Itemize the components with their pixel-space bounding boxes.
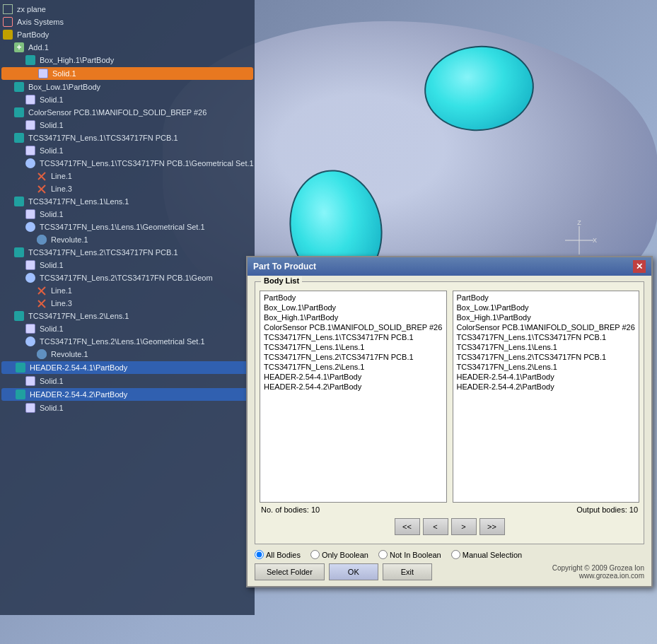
right-list-item[interactable]: HEADER-2.54-4.2\PartBody [455,382,638,392]
left-list-item[interactable]: TCS34717FN_Lens.2\TCS34717FN PCB.1 [262,352,445,362]
tree-item-header-4-1[interactable]: HEADER-2.54-4.1\PartBody [1,361,253,374]
tree-item-line3-a[interactable]: Line.3 [0,182,255,195]
nav-next-button[interactable]: > [451,518,477,535]
right-list-item[interactable]: ColorSensor PCB.1\MANIFOLD_SOLID_BREP #2… [455,322,638,332]
tree-item-axis-systems[interactable]: Axis Systems [0,16,255,28]
radio-label-not-in-boolean: Not In Boolean [390,551,441,559]
right-list-item[interactable]: PartBody [455,293,638,303]
tree-item-revolute1-a[interactable]: Revolute.1 [0,233,255,246]
radio-not-in-boolean[interactable]: Not In Boolean [378,550,441,559]
right-list-item[interactable]: TCS34717FN_Lens.2\Lens.1 [455,362,638,372]
body-list-group: Body List PartBodyBox_Low.1\PartBodyBox_… [255,281,644,544]
line3-b-icon [37,298,47,308]
output-bodies: Output bodies: 10 [576,505,638,514]
tree-item-solid1-b[interactable]: Solid.1 [0,93,255,106]
tree-item-tcs-lens1-lens1-geo[interactable]: TCS34717FN_Lens.1\Lens.1\Geometrical Set… [0,221,255,233]
right-list-item[interactable]: TCS34717FN_Lens.1\TCS34717FN PCB.1 [455,332,638,342]
tree-item-tcs-lens2-pcb1[interactable]: TCS34717FN_Lens.2\TCS34717FN PCB.1 [0,246,255,259]
tree-item-solid1-a[interactable]: Solid.1 [1,67,253,80]
nav-prev-button[interactable]: < [423,518,448,535]
bodies-info-row: No. of bodies: 10 Output bodies: 10 [260,505,639,514]
line3-b-label: Line.3 [51,299,72,308]
zx-plane-icon [3,4,13,14]
tree-item-tcs-lens1-pcb1[interactable]: TCS34717FN_Lens.1\TCS34717FN PCB.1 [0,131,255,144]
tree-item-tcs-lens1-lens1[interactable]: TCS34717FN_Lens.1\Lens.1 [0,195,255,208]
tree-item-header-4-2[interactable]: HEADER-2.54-4.2\PartBody [1,388,253,401]
tree-item-colorsensor-pcb[interactable]: ColorSensor PCB.1\MANIFOLD_SOLID_BREP #2… [0,106,255,119]
radio-input-not-in-boolean[interactable] [378,550,388,559]
tree-item-line1-b[interactable]: Line.1 [0,284,255,297]
ok-button[interactable]: OK [329,563,378,580]
copyright-text: Copyright © 2009 Grozea Ionwww.grozea.io… [552,564,644,580]
right-list-item[interactable]: Box_Low.1\PartBody [455,303,638,312]
body-list-container: PartBodyBox_Low.1\PartBodyBox_High.1\Par… [260,291,639,503]
box-high-partbody-label: Box_High.1\PartBody [40,56,114,64]
radio-input-all-bodies[interactable] [255,550,264,559]
solid1-c-icon [25,120,35,130]
exit-button[interactable]: Exit [383,563,432,580]
left-body-list[interactable]: PartBodyBox_Low.1\PartBodyBox_High.1\Par… [260,291,447,503]
tcs-lens1-pcb1-icon [14,133,24,143]
tree-item-solid1-i[interactable]: Solid.1 [0,402,255,414]
radio-only-boolean[interactable]: Only Boolean [310,550,368,559]
tree-item-tcs-lens2-lens1[interactable]: TCS34717FN_Lens.2\Lens.1 [0,310,255,322]
radio-all-bodies[interactable]: All Bodies [255,550,301,559]
tree-item-tcs-lens1-pcb1-geo[interactable]: TCS34717FN_Lens.1\TCS34717FN PCB.1\Geome… [0,157,255,170]
tree-item-revolute1-b[interactable]: Revolute.1 [0,348,255,361]
solid1-h-icon [25,376,35,386]
body-list-label: Body List [261,276,302,285]
axis-systems-icon [3,17,13,27]
line1-b-icon [37,286,47,295]
left-list-item[interactable]: Box_High.1\PartBody [262,312,445,322]
tcs-lens2-lens1-geo-label: TCS34717FN_Lens.2\Lens.1\Geometrical Set… [40,337,205,346]
tree-item-tcs-lens2-lens1-geo[interactable]: TCS34717FN_Lens.2\Lens.1\Geometrical Set… [0,335,255,348]
nav-first-button[interactable]: << [395,518,420,535]
right-list-item[interactable]: Box_High.1\PartBody [455,312,638,322]
nav-last-button[interactable]: >> [479,518,505,535]
tree-item-solid1-e[interactable]: Solid.1 [0,208,255,221]
select-folder-button[interactable]: Select Folder [255,563,325,580]
left-list-item[interactable]: TCS34717FN_Lens.2\Lens.1 [262,362,445,372]
solid1-f-icon [25,260,35,270]
left-list-item[interactable]: HEADER-2.54-4.2\PartBody [262,382,445,392]
compass: Z X Y [558,219,600,262]
svg-text:X: X [593,237,597,244]
tree-item-partbody[interactable]: PartBody [0,28,255,41]
solid1-b-icon [25,95,35,105]
dialog-close-button[interactable]: ✕ [633,260,646,273]
tree-item-box-high-partbody[interactable]: Box_High.1\PartBody [0,54,255,66]
revolute1-b-icon [37,349,47,359]
left-list-item[interactable]: Box_Low.1\PartBody [262,303,445,312]
left-list-item[interactable]: TCS34717FN_Lens.1\Lens.1 [262,342,445,352]
box-high-partbody-icon [25,55,35,65]
tcs-lens1-pcb1-geo-icon [25,158,35,168]
left-list-item[interactable]: TCS34717FN_Lens.1\TCS34717FN PCB.1 [262,332,445,342]
radio-input-manual-selection[interactable] [451,550,460,559]
tree-item-solid1-h[interactable]: Solid.1 [0,375,255,387]
radio-manual-selection[interactable]: Manual Selection [451,550,522,559]
dialog-titlebar[interactable]: Part To Product ✕ [248,257,651,276]
partbody-icon [3,30,13,40]
right-body-list[interactable]: PartBodyBox_Low.1\PartBodyBox_High.1\Par… [453,291,640,503]
right-list-item[interactable]: TCS34717FN_Lens.1\Lens.1 [455,342,638,352]
left-list-item[interactable]: ColorSensor PCB.1\MANIFOLD_SOLID_BREP #2… [262,322,445,332]
right-list-item[interactable]: HEADER-2.54-4.1\PartBody [455,372,638,382]
right-list-item[interactable]: TCS34717FN_Lens.2\TCS34717FN PCB.1 [455,352,638,362]
left-list-item[interactable]: HEADER-2.54-4.1\PartBody [262,372,445,382]
tree-item-tcs-lens2-pcb1-geo[interactable]: TCS34717FN_Lens.2\TCS34717FN PCB.1\Geom [0,271,255,284]
tree-item-line3-b[interactable]: Line.3 [0,297,255,310]
tree-item-solid1-d[interactable]: Solid.1 [0,144,255,157]
solid1-h-label: Solid.1 [40,377,64,385]
tree-item-solid1-f[interactable]: Solid.1 [0,259,255,271]
left-list-item[interactable]: PartBody [262,293,445,303]
tree-item-solid1-c[interactable]: Solid.1 [0,119,255,131]
tree-item-zx-plane[interactable]: zx plane [0,3,255,16]
tree-item-box-low-partbody[interactable]: Box_Low.1\PartBody [0,81,255,93]
tree-item-line1-a[interactable]: Line.1 [0,170,255,182]
radio-label-only-boolean: Only Boolean [322,551,368,559]
radio-input-only-boolean[interactable] [310,550,320,559]
tree-item-solid1-g[interactable]: Solid.1 [0,322,255,335]
solid1-i-label: Solid.1 [40,404,64,412]
tree-item-add1[interactable]: +Add.1 [0,41,255,54]
part-to-product-dialog: Part To Product ✕ Body List PartBodyBox_… [246,256,653,587]
